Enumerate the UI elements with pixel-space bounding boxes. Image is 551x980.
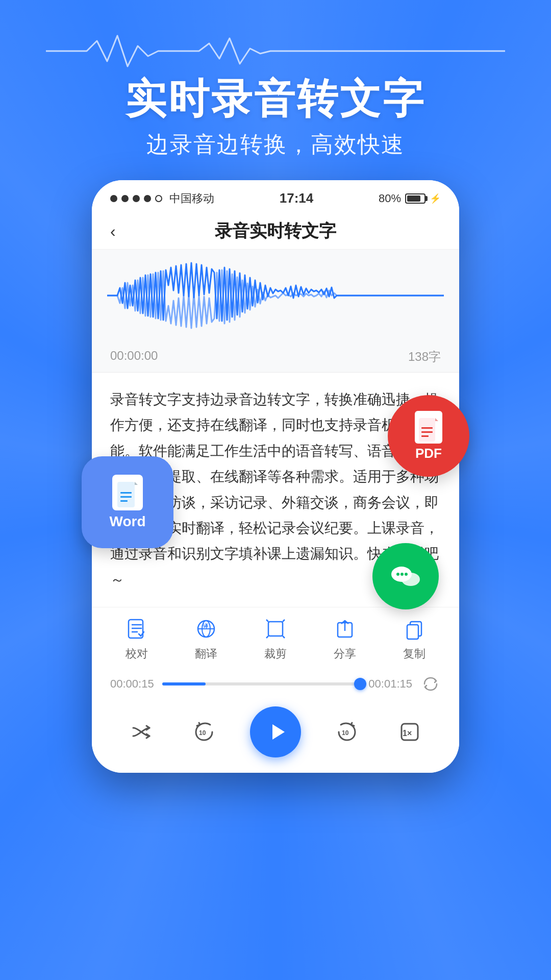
speed-button[interactable]: 1×: [393, 716, 426, 748]
svg-rect-26: [407, 625, 418, 639]
phone-mockup-container: Word PDF: [0, 180, 551, 773]
tool-copy[interactable]: 复制: [401, 616, 428, 662]
carrier-label: 中国移动: [169, 191, 214, 206]
play-button[interactable]: [250, 706, 301, 757]
playback-controls: 10 10: [92, 701, 459, 773]
svg-rect-9: [421, 435, 429, 437]
svg-point-11: [402, 573, 420, 586]
waveform-area: [92, 250, 459, 341]
battery-icon: [405, 193, 425, 204]
heartbeat-decoration: [0, 31, 551, 71]
share-icon: [332, 616, 358, 642]
progress-time-end: 00:01:15: [368, 677, 412, 691]
edit-check-icon: [123, 616, 150, 642]
tool-crop-label: 裁剪: [264, 646, 287, 662]
svg-text:1×: 1×: [403, 729, 412, 738]
loop-icon[interactable]: [420, 674, 441, 694]
svg-rect-7: [421, 427, 433, 429]
tool-copy-label: 复制: [403, 646, 425, 662]
svg-rect-0: [117, 482, 135, 507]
tool-proofread-label: 校对: [126, 646, 148, 662]
svg-text:10: 10: [199, 729, 206, 737]
signal-dot-5: [155, 195, 162, 202]
svg-rect-5: [419, 418, 435, 442]
svg-marker-28: [272, 724, 285, 740]
tool-crop[interactable]: 裁剪: [262, 616, 289, 662]
signal-dot-2: [121, 195, 129, 202]
wechat-badge[interactable]: [372, 543, 439, 609]
word-badge[interactable]: Word: [82, 456, 173, 548]
time-display: 17:14: [280, 190, 314, 206]
svg-rect-2: [120, 492, 132, 494]
charging-icon: ⚡: [430, 193, 441, 204]
svg-marker-6: [435, 418, 438, 421]
progress-area: 00:00:15 00:01:15: [92, 667, 459, 701]
shuffle-button[interactable]: [125, 716, 158, 748]
hero-section: 实时录音转文字 边录音边转换，高效快速: [0, 0, 551, 160]
svg-marker-1: [135, 482, 138, 485]
pdf-doc-icon: [415, 411, 442, 444]
progress-fill: [162, 682, 206, 685]
signal-dot-1: [110, 195, 117, 202]
signal-dot-4: [144, 195, 151, 202]
signal-dot-3: [133, 195, 140, 202]
tool-share-label: 分享: [334, 646, 356, 662]
app-header: ‹ 录音实时转文字: [92, 211, 459, 250]
tool-translate-label: 翻译: [195, 646, 217, 662]
svg-point-12: [396, 573, 399, 576]
crop-icon: [262, 616, 289, 642]
progress-track[interactable]: [162, 682, 361, 685]
battery-percent: 80%: [379, 192, 401, 205]
copy-icon: [401, 616, 428, 642]
pdf-badge[interactable]: PDF: [388, 395, 469, 477]
svg-text:译: 译: [203, 623, 209, 629]
translate-icon: 译: [193, 616, 219, 642]
tool-proofread[interactable]: 校对: [123, 616, 150, 662]
signal-area: 中国移动: [110, 191, 214, 206]
tool-share[interactable]: 分享: [332, 616, 358, 662]
char-count: 138字: [408, 349, 441, 365]
recording-timer: 00:00:00: [110, 349, 158, 365]
hero-subtitle: 边录音边转换，高效快速: [0, 130, 551, 160]
word-doc-icon: [112, 475, 143, 510]
svg-rect-8: [421, 431, 433, 433]
progress-thumb[interactable]: [354, 678, 366, 690]
svg-rect-4: [120, 500, 128, 502]
hero-title: 实时录音转文字: [0, 77, 551, 121]
app-title: 录音实时转文字: [215, 219, 336, 243]
rewind-10s-button[interactable]: 10: [188, 716, 220, 748]
svg-text:10: 10: [342, 729, 349, 737]
battery-area: 80% ⚡: [379, 192, 441, 205]
word-badge-label: Word: [109, 513, 145, 530]
progress-time-start: 00:00:15: [110, 677, 154, 691]
battery-fill: [407, 195, 420, 202]
svg-rect-23: [268, 622, 283, 636]
svg-point-13: [400, 573, 404, 576]
forward-10s-button[interactable]: 10: [331, 716, 363, 748]
back-button[interactable]: ‹: [110, 222, 116, 241]
svg-point-14: [405, 573, 408, 576]
wechat-icon: [385, 556, 426, 597]
timer-row: 00:00:00 138字: [92, 341, 459, 373]
svg-rect-3: [120, 496, 132, 498]
bottom-toolbar: 校对 译 翻译: [92, 607, 459, 667]
tool-translate[interactable]: 译 翻译: [193, 616, 219, 662]
status-bar: 中国移动 17:14 80% ⚡: [92, 180, 459, 211]
pdf-badge-label: PDF: [415, 446, 442, 461]
waveform-svg: [107, 260, 444, 331]
